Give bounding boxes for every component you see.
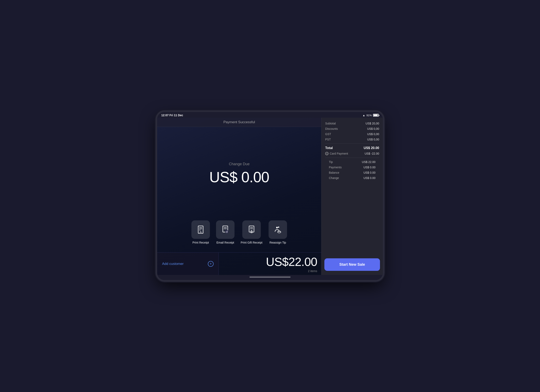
tip-section: Tip US$ 22.00 Payments US$ 0.00 Balance … — [325, 160, 379, 186]
card-payment-value: US$ -22.00 — [365, 152, 379, 155]
change-row: Change US$ 0.00 — [329, 176, 375, 180]
svg-rect-0 — [198, 226, 203, 233]
tip-label: Tip — [329, 160, 333, 164]
balance-value: US$ 0.00 — [364, 171, 375, 174]
left-panel: Payment Successful Change Due US$ 0.00 — [157, 118, 321, 275]
discounts-label: Discounts — [325, 127, 338, 130]
gst-row: GST US$ 0,00 — [325, 132, 379, 136]
gst-label: GST — [325, 132, 331, 136]
print-gift-receipt-label: Print Gift Receipt — [241, 241, 262, 244]
items-count: 2 items — [308, 270, 317, 273]
card-payment-row: ✕ Card Payment US$ -22.00 — [325, 152, 379, 155]
subtotal-row: Subtotal US$ 20,00 — [325, 122, 379, 125]
card-payment-label-group: ✕ Card Payment — [325, 152, 348, 155]
grand-total-amount: US$22.00 — [266, 255, 317, 269]
print-receipt-label: Print Receipt — [192, 241, 209, 244]
divider-1 — [325, 143, 379, 144]
change-due-area: Change Due US$ 0.00 — [157, 127, 321, 216]
subtotal-label: Subtotal — [325, 122, 336, 125]
pst-value: US$ 0,00 — [367, 138, 379, 141]
email-receipt-icon: @ — [216, 220, 235, 239]
payments-value: US$ 0.00 — [364, 166, 375, 169]
total-row: Total US$ 20.00 — [325, 146, 379, 150]
total-value: US$ 20.00 — [364, 146, 379, 150]
card-payment-label: Card Payment — [330, 152, 348, 155]
reassign-tip-icon — [269, 220, 287, 239]
tip-row: Tip US$ 22.00 — [329, 160, 375, 164]
battery-percentage: 91% — [366, 114, 372, 117]
payments-label: Payments — [329, 166, 342, 169]
ipad-shell: 12:07 Fri 11 Dec ▲ 91% Payment Successfu… — [157, 112, 383, 280]
reassign-tip-button[interactable]: Reassign Tip — [269, 220, 287, 244]
status-time: 12:07 Fri 11 Dec — [161, 114, 183, 117]
card-payment-icon: ✕ — [325, 152, 329, 155]
balance-row: Balance US$ 0.00 — [329, 171, 375, 174]
status-right: ▲ 91% — [363, 114, 379, 117]
pst-row: PST US$ 0,00 — [325, 138, 379, 141]
svg-text:@: @ — [226, 231, 228, 233]
svg-point-16 — [278, 231, 281, 233]
change-due-amount: US$ 0.00 — [209, 169, 269, 186]
right-panel: Subtotal US$ 20,00 Discounts US$ 0,00 GS… — [321, 118, 383, 275]
status-bar: 12:07 Fri 11 Dec ▲ 91% — [157, 112, 383, 118]
change-value: US$ 0.00 — [364, 176, 375, 180]
change-due-label: Change Due — [229, 162, 250, 166]
print-gift-receipt-icon — [242, 220, 261, 239]
page-title: Payment Successful — [223, 120, 255, 124]
print-receipt-button[interactable]: Print Receipt — [191, 220, 210, 244]
balance-label: Balance — [329, 171, 339, 174]
receipt-buttons: Print Receipt @ Email Receipt — [157, 216, 321, 252]
total-label: Total — [325, 146, 333, 150]
add-customer-plus-icon: + — [208, 261, 214, 267]
print-receipt-icon — [191, 220, 210, 239]
main-content: Payment Successful Change Due US$ 0.00 — [157, 118, 383, 275]
email-receipt-button[interactable]: @ Email Receipt — [216, 220, 235, 244]
pst-label: PST — [325, 138, 331, 141]
wifi-icon: ▲ — [363, 114, 365, 117]
start-new-sale-button[interactable]: Start New Sale — [324, 258, 380, 271]
total-area: US$22.00 2 items — [219, 253, 321, 275]
gst-value: US$ 0,00 — [367, 132, 379, 136]
discounts-row: Discounts US$ 0,00 — [325, 127, 379, 130]
discounts-value: US$ 0,00 — [367, 127, 379, 130]
header-bar: Payment Successful — [157, 118, 321, 127]
home-bar — [250, 277, 290, 278]
svg-point-14 — [276, 227, 278, 228]
svg-point-15 — [278, 226, 279, 228]
add-customer-button[interactable]: Add customer + — [157, 253, 219, 275]
divider-2 — [325, 158, 379, 158]
email-receipt-label: Email Receipt — [216, 241, 234, 244]
change-label: Change — [329, 176, 339, 180]
bottom-bar: Add customer + US$22.00 2 items — [157, 252, 321, 275]
subtotal-value: US$ 20,00 — [366, 122, 379, 125]
home-indicator — [157, 275, 383, 280]
payments-row: Payments US$ 0.00 — [329, 166, 375, 169]
receipt-summary: Subtotal US$ 20,00 Discounts US$ 0,00 GS… — [321, 118, 383, 258]
battery-icon — [373, 114, 379, 117]
reassign-tip-label: Reassign Tip — [269, 241, 286, 244]
print-gift-receipt-button[interactable]: Print Gift Receipt — [241, 220, 262, 244]
tip-value: US$ 22.00 — [362, 160, 375, 164]
add-customer-label: Add customer — [162, 262, 184, 266]
